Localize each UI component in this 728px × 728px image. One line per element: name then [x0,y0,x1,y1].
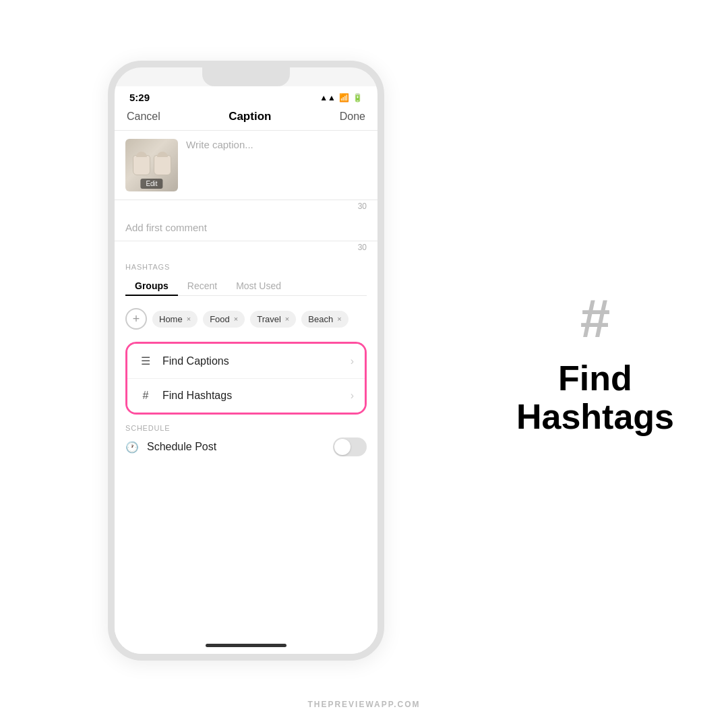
phone-mockup: 5:29 ▲▲ 📶 🔋 Cancel Caption Done [108,61,384,661]
find-captions-label: Find Captions [162,355,229,367]
done-button[interactable]: Done [340,111,365,123]
schedule-post-label: Schedule Post [147,441,216,453]
schedule-left: 🕐 Schedule Post [125,441,216,454]
home-bar [206,644,286,647]
schedule-toggle[interactable] [333,437,367,456]
cancel-button[interactable]: Cancel [127,111,160,123]
hashtag-symbol-large: # [580,292,611,346]
find-hashtags-label: Find Hashtags [162,390,232,402]
group-tag-travel[interactable]: Travel × [250,311,296,328]
schedule-section: SCHEDULE 🕐 Schedule Post [115,415,377,462]
find-captions-left: ☰ Find Captions [138,355,229,367]
group-tag-beach-label: Beach [308,314,333,324]
hashtag-groups-row: + Home × Food × Travel × Beach [125,303,367,335]
find-options-wrapper: ☰ Find Captions › # Find Hashtags › [125,342,367,415]
page-container: 5:29 ▲▲ 📶 🔋 Cancel Caption Done [0,0,728,728]
schedule-row: 🕐 Schedule Post [125,437,367,456]
add-group-button[interactable]: + [125,308,147,330]
status-time: 5:29 [129,92,150,103]
caption-char-count: 30 [358,202,367,211]
phone-notch [202,67,290,86]
tab-groups[interactable]: Groups [125,276,178,295]
tab-most-used[interactable]: Most Used [226,276,291,295]
group-tag-food-close[interactable]: × [234,315,238,323]
footer: THEPREVIEWAPP.COM [307,700,420,709]
group-tag-home-label: Home [159,314,183,324]
comment-placeholder: Add first comment [125,222,207,233]
group-tag-home-close[interactable]: × [187,315,191,323]
group-tag-travel-close[interactable]: × [285,315,289,323]
lines-icon: ☰ [138,355,153,367]
comment-char-count: 30 [358,243,367,252]
jar-left [133,155,150,175]
caption-area: Edit Write caption... [115,131,377,200]
heading-line2: Hashtags [516,398,674,436]
wifi-icon: 📶 [339,93,349,102]
comment-section[interactable]: Add first comment [115,215,377,241]
home-indicator [115,620,377,654]
right-panel: # Find Hashtags [516,292,674,436]
heading-line1: Find [516,359,674,398]
battery-icon: 🔋 [353,93,363,102]
hashtags-section: HASHTAGS Groups Recent Most Used + Home … [115,256,377,339]
caption-placeholder: Write caption... [186,139,253,150]
hashtags-label: HASHTAGS [125,263,367,271]
status-icons: ▲▲ 📶 🔋 [320,93,363,102]
signal-icon: ▲▲ [320,93,336,102]
jar-right [154,155,171,175]
group-tag-beach-close[interactable]: × [337,315,341,323]
tab-recent[interactable]: Recent [178,276,226,295]
group-tag-travel-label: Travel [257,314,281,324]
find-hashtags-row[interactable]: # Find Hashtags › [127,379,365,413]
edit-label[interactable]: Edit [140,179,162,189]
find-hashtags-left: # Find Hashtags [138,390,232,402]
toggle-knob [334,439,351,455]
nav-title: Caption [229,110,271,123]
find-hashtags-heading: Find Hashtags [516,359,674,436]
group-tag-home[interactable]: Home × [152,311,198,328]
find-captions-chevron: › [351,355,354,367]
find-captions-row[interactable]: ☰ Find Captions › [127,344,365,379]
schedule-label: SCHEDULE [125,424,367,432]
phone-content: Edit Write caption... 30 Add first comme… [115,131,377,654]
find-options-highlight: ☰ Find Captions › # Find Hashtags › [125,342,367,415]
post-thumbnail[interactable]: Edit [125,139,178,191]
group-tag-beach[interactable]: Beach × [301,311,348,328]
group-tag-food-label: Food [210,314,230,324]
content-spacer [115,462,377,620]
hashtag-tabs: Groups Recent Most Used [125,276,367,296]
nav-bar: Cancel Caption Done [115,106,377,131]
clock-icon: 🕐 [125,441,139,454]
caption-input[interactable]: Write caption... [186,139,367,191]
group-tag-food[interactable]: Food × [203,311,245,328]
find-hashtags-chevron: › [351,390,354,402]
hash-icon: # [138,390,153,402]
char-count-row: 30 [115,200,377,215]
status-bar: 5:29 ▲▲ 📶 🔋 [115,86,377,106]
comment-char-count-row: 30 [115,241,377,256]
